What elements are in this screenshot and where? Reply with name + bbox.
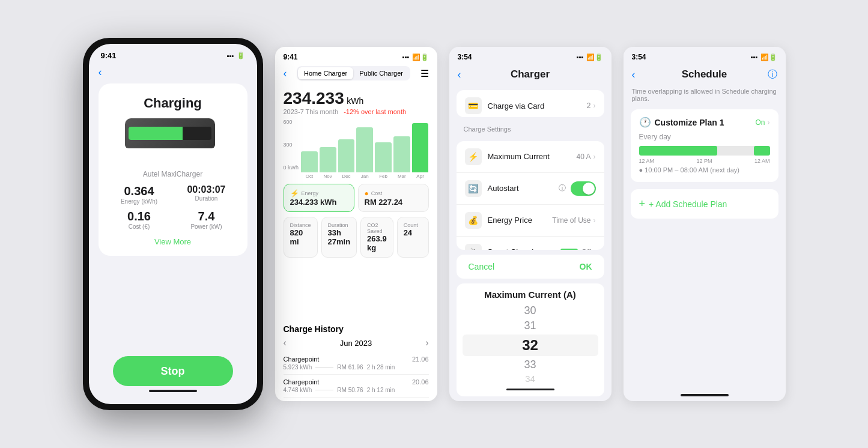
smart-charging-icon: 🔌 [465, 244, 482, 250]
energy-main-value: 234.233 kWh [284, 89, 429, 108]
picker-indicator [506, 389, 554, 390]
menu-icon[interactable]: ☰ [420, 68, 429, 79]
autostart-item[interactable]: 🔄 Autostart ⓘ [457, 173, 604, 205]
status-bar-1: 9:41 ▪▪▪ 🔋 [89, 44, 257, 60]
screen3-header: ‹ Charger [449, 64, 612, 85]
cost-box: ● Cost RM 227.24 [358, 184, 429, 212]
home-indicator-4 [681, 394, 729, 396]
wifi-icon-4: 📶🔋 [760, 53, 777, 61]
screen4-title: Schedule [682, 68, 727, 80]
smart-charging-item[interactable]: 🔌 Smart Charging Beta Off › [457, 237, 604, 250]
picker-item-30[interactable]: 30 [524, 304, 536, 317]
tab-public-charger[interactable]: Public Charger [353, 67, 409, 79]
picker-drum[interactable]: 30 31 32 33 34 [463, 304, 598, 384]
charging-title: Charging [144, 95, 202, 111]
picker-item-31[interactable]: 31 [524, 319, 536, 332]
power-label: Power (kW) [175, 223, 238, 230]
duration-stat: 00:03:07 Duration [175, 184, 238, 205]
plan-status: On [755, 118, 765, 127]
plan-days: Every day [639, 133, 770, 141]
chart-y-labels: 600 300 0 kWh [284, 119, 299, 179]
cancel-button[interactable]: Cancel [469, 262, 495, 271]
help-icon[interactable]: ⓘ [768, 68, 777, 81]
history-next[interactable]: › [425, 338, 428, 348]
signal-icon-2: ▪▪▪ [402, 53, 410, 61]
back-button-4[interactable]: ‹ [632, 68, 636, 81]
cost-value: 0.16 [108, 210, 171, 223]
autostart-icon: 🔄 [465, 180, 482, 197]
bar-jan: Jan [356, 127, 373, 179]
status-icons-3: ▪▪▪ 📶🔋 [577, 53, 603, 61]
picker-item-32-selected[interactable]: 32 [463, 334, 598, 356]
energy-price-item[interactable]: 💰 Energy Price Time of Use › [457, 205, 604, 237]
tab-group: Home Charger Public Charger [297, 66, 410, 80]
power-value: 7.4 [175, 210, 238, 223]
duration-label: Duration [175, 195, 238, 202]
current-icon: ⚡ [465, 148, 482, 165]
add-plan-icon: + [639, 198, 646, 210]
charger-name: Autel MaxiCharger [143, 170, 202, 178]
picker-section: Maximum Current (A) 30 31 32 33 34 [457, 283, 604, 396]
autostart-toggle[interactable] [571, 181, 596, 196]
toggle-knob [583, 183, 595, 195]
picker-item-34[interactable]: 34 [525, 374, 535, 384]
view-more-link[interactable]: View More [154, 237, 191, 246]
ok-button[interactable]: OK [580, 262, 592, 271]
timeline-fill-right [754, 146, 769, 156]
status-bar-2: 9:41 ▪▪▪ 📶🔋 [275, 47, 437, 64]
picker-item-33[interactable]: 33 [524, 359, 536, 371]
plan-clock-icon: 🕐 [639, 117, 651, 128]
plan-header: 🕐 Customize Plan 1 On › [639, 117, 770, 128]
plan-name: Customize Plan 1 [655, 118, 724, 127]
settings-list-2: ⚡ Maximum Current 40 A › 🔄 Autostart ⓘ 💰… [457, 141, 604, 250]
timeline-labels: 12 AM 12 PM 12 AM [639, 158, 770, 164]
charge-settings-header: Charge Settings [449, 122, 612, 136]
settings-list-1: 💳 Charge via Card 2 › [457, 90, 604, 117]
chevron-icon-4: › [593, 248, 596, 250]
time-4: 3:54 [632, 53, 646, 61]
energy-box: ⚡ Energy 234.233 kWh [284, 184, 354, 212]
chevron-icon-2: › [593, 153, 596, 161]
screen4-header: ‹ Schedule ⓘ [624, 64, 786, 85]
chevron-icon-1: › [593, 101, 596, 110]
car-visual [125, 118, 221, 160]
energy-label: Energy (kWh) [108, 198, 171, 205]
time-2: 9:41 [284, 53, 298, 61]
screen3-title: Charger [511, 68, 550, 80]
cancel-ok-row: Cancel OK [457, 255, 604, 279]
tab-home-charger[interactable]: Home Charger [298, 67, 353, 79]
wifi-icon-2: 📶🔋 [412, 53, 429, 61]
history-prev[interactable]: ‹ [284, 338, 287, 348]
stats-row-2: Distance 820 mi Duration 33h 27min CO2 S… [284, 217, 429, 258]
distance-box: Distance 820 mi [284, 217, 318, 258]
max-current-item[interactable]: ⚡ Maximum Current 40 A › [457, 141, 604, 173]
cost-stat: 0.16 Cost (€) [108, 210, 171, 230]
chart-bars: Oct Nov Dec Jan [301, 119, 428, 179]
wifi-icon-3: 📶🔋 [586, 53, 603, 61]
history-item-2: Chargepoint 20.06 4.748 kWh RM 50.76 2 h… [284, 375, 429, 398]
status-bar-3: 3:54 ▪▪▪ 📶🔋 [449, 47, 612, 64]
charging-card: Charging Autel MaxiCharger 0.364 Energy … [99, 83, 247, 256]
status-icons-4: ▪▪▪ 📶🔋 [751, 53, 777, 61]
cost-box-icon: ● [365, 189, 369, 198]
timeline-bar [639, 146, 770, 156]
signal-icon-3: ▪▪▪ [577, 53, 584, 61]
charge-via-card-item[interactable]: 💳 Charge via Card 2 › [457, 90, 604, 117]
stop-button[interactable]: Stop [113, 356, 233, 386]
add-plan-card[interactable]: + + Add Schedule Plan [631, 189, 778, 219]
history-section: Charge History ‹ Jun 2023 › Chargepoint … [275, 321, 437, 401]
stats-row-1: ⚡ Energy 234.233 kWh ● Cost RM 227.24 [284, 184, 429, 212]
bar-mar: Mar [393, 136, 410, 179]
back-button-2[interactable]: ‹ [284, 67, 287, 80]
plan-chevron-icon: › [768, 118, 770, 127]
schedule-note: Time overlapping is allowed in Schedule … [624, 85, 786, 107]
status-bar-4: 3:54 ▪▪▪ 📶🔋 [624, 47, 786, 64]
autostart-help-icon: ⓘ [559, 183, 566, 193]
bar-nov: Nov [320, 147, 336, 179]
energy-price-icon: 💰 [465, 212, 482, 229]
history-item-1: Chargepoint 21.06 5.923 kWh RM 61.96 2 h… [284, 352, 429, 375]
back-button-3[interactable]: ‹ [458, 68, 461, 81]
co2-box: CO2 Saved 263.9 kg [360, 217, 393, 258]
back-button-1[interactable]: ‹ [99, 66, 102, 79]
bar-feb: Feb [375, 142, 392, 179]
